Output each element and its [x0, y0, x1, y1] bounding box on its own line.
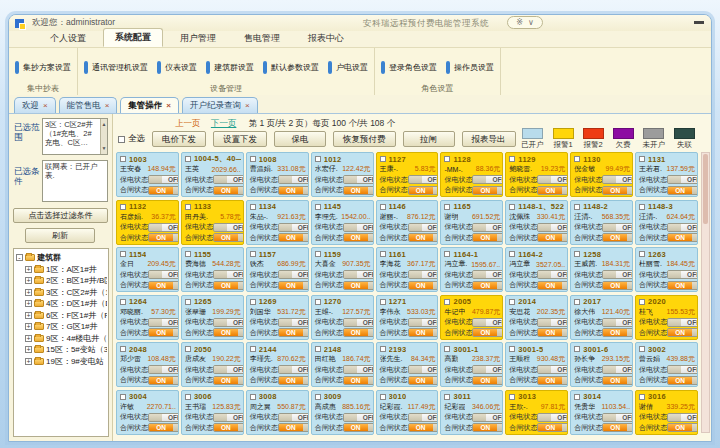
hezha-toggle[interactable]: ON — [667, 186, 698, 195]
hezha-toggle[interactable]: ON — [213, 328, 244, 337]
doc-tab-3[interactable]: 集管操作× — [120, 97, 179, 113]
card-checkbox[interactable] — [444, 346, 450, 352]
baodian-toggle[interactable]: OFF — [278, 365, 309, 374]
card-checkbox[interactable] — [574, 394, 580, 400]
ribbon-button[interactable]: 通讯管理机设置 — [84, 62, 148, 73]
menu-item-5[interactable]: 报表中心 — [297, 30, 355, 47]
close-tab-icon[interactable]: × — [105, 101, 110, 110]
card-checkbox[interactable] — [315, 346, 321, 352]
tree-node[interactable]: +3区：C区2#井（1#充… — [16, 287, 107, 299]
baodian-toggle[interactable]: OFF — [278, 318, 309, 327]
card-checkbox[interactable] — [250, 156, 256, 162]
baodian-toggle[interactable]: OFF — [602, 223, 633, 232]
toolbar-button-5[interactable]: 拉闸 — [403, 131, 455, 147]
hezha-toggle[interactable]: ON — [213, 281, 244, 290]
hezha-toggle[interactable]: ON — [537, 376, 568, 385]
card-checkbox[interactable] — [380, 299, 386, 305]
baodian-toggle[interactable]: OFF — [472, 365, 503, 374]
baodian-toggle[interactable]: OFF — [472, 175, 503, 184]
tree-node[interactable]: +19区：9#变电站（2#… — [16, 356, 107, 368]
hezha-toggle[interactable]: ON — [667, 233, 698, 242]
menu-item-2[interactable]: 系统配置 — [103, 28, 163, 47]
ribbon-button[interactable]: 仪表设置 — [157, 62, 197, 73]
baodian-toggle[interactable]: OFF — [343, 365, 374, 374]
minimize-button[interactable] — [694, 21, 704, 24]
hezha-toggle[interactable]: ON — [343, 328, 374, 337]
hezha-toggle[interactable]: ON — [148, 186, 179, 195]
style-icon[interactable]: ※ — [516, 18, 523, 27]
baodian-toggle[interactable]: OFF — [537, 223, 568, 232]
card-checkbox[interactable] — [315, 251, 321, 257]
close-tab-icon[interactable]: × — [245, 101, 250, 110]
baodian-toggle[interactable]: OFF — [213, 413, 244, 422]
hezha-toggle[interactable]: ON — [472, 233, 503, 242]
card-checkbox[interactable] — [185, 156, 191, 162]
card-checkbox[interactable] — [185, 346, 191, 352]
doc-tab-1[interactable]: 欢迎× — [14, 97, 56, 113]
card-checkbox[interactable] — [185, 251, 191, 257]
hezha-toggle[interactable]: ON — [602, 186, 633, 195]
card-checkbox[interactable] — [574, 204, 580, 210]
hezha-toggle[interactable]: ON — [278, 233, 309, 242]
hezha-toggle[interactable]: ON — [408, 376, 439, 385]
refresh-button[interactable]: 刷新 — [25, 228, 95, 243]
hezha-toggle[interactable]: ON — [667, 376, 698, 385]
hezha-toggle[interactable]: ON — [472, 423, 503, 432]
menu-item-4[interactable]: 售电管理 — [233, 30, 291, 47]
hezha-toggle[interactable]: ON — [537, 233, 568, 242]
select-all[interactable]: 全选 — [118, 133, 145, 145]
hezha-toggle[interactable]: ON — [667, 281, 698, 290]
baodian-toggle[interactable]: OFF — [667, 175, 698, 184]
chevron-down-icon[interactable]: ∨ — [528, 18, 534, 27]
baodian-toggle[interactable]: OFF — [667, 270, 698, 279]
hezha-toggle[interactable]: ON — [537, 328, 568, 337]
ribbon-button[interactable]: 默认参数设置 — [263, 62, 319, 73]
baodian-toggle[interactable]: OFF — [278, 223, 309, 232]
selected-range-box[interactable]: 3区：C区2#井（1#充电、2#充电、C区… ▲▼ — [42, 118, 108, 155]
baodian-toggle[interactable]: OFF — [408, 365, 439, 374]
select-all-checkbox[interactable] — [118, 136, 125, 143]
card-checkbox[interactable] — [509, 299, 515, 305]
doc-tab-4[interactable]: 开户纪录查询× — [182, 97, 258, 113]
next-page-link[interactable]: 下一页 — [211, 118, 237, 128]
tree-node[interactable]: +4区：D区1#井（D区1… — [16, 298, 107, 310]
baodian-toggle[interactable]: OFF — [278, 270, 309, 279]
baodian-toggle[interactable]: OFF — [472, 318, 503, 327]
card-checkbox[interactable] — [250, 346, 256, 352]
baodian-toggle[interactable]: OFF — [602, 365, 633, 374]
baodian-toggle[interactable]: OFF — [537, 365, 568, 374]
tree-node[interactable]: -建筑群 — [16, 252, 107, 264]
hezha-toggle[interactable]: ON — [602, 281, 633, 290]
card-checkbox[interactable] — [509, 204, 515, 210]
tree-node[interactable]: +6区：F区1#井（F区1#… — [16, 310, 107, 322]
hezha-toggle[interactable]: ON — [537, 281, 568, 290]
close-tab-icon[interactable]: × — [43, 101, 48, 110]
card-checkbox[interactable] — [250, 204, 256, 210]
baodian-toggle[interactable]: OFF — [343, 270, 374, 279]
hezha-toggle[interactable]: ON — [472, 328, 503, 337]
baodian-toggle[interactable]: OFF — [667, 365, 698, 374]
card-checkbox[interactable] — [380, 156, 386, 162]
baodian-toggle[interactable]: OFF — [667, 223, 698, 232]
expander-icon[interactable]: + — [25, 277, 32, 284]
card-checkbox[interactable] — [185, 299, 191, 305]
baodian-toggle[interactable]: OFF — [148, 223, 179, 232]
baodian-toggle[interactable]: OFF — [408, 175, 439, 184]
scroll-arrows-icon[interactable]: ▲▼ — [100, 119, 107, 154]
hezha-toggle[interactable]: ON — [602, 423, 633, 432]
hezha-toggle[interactable]: ON — [343, 376, 374, 385]
expander-icon[interactable]: - — [16, 254, 23, 261]
card-checkbox[interactable] — [315, 394, 321, 400]
card-checkbox[interactable] — [185, 394, 191, 400]
tree-node[interactable]: +2区：B区1#井/B区1#井 — [16, 275, 107, 287]
card-checkbox[interactable] — [380, 346, 386, 352]
hezha-toggle[interactable]: ON — [408, 233, 439, 242]
card-checkbox[interactable] — [574, 251, 580, 257]
baodian-toggle[interactable]: OFF — [537, 318, 568, 327]
expander-icon[interactable]: + — [25, 358, 32, 365]
hezha-toggle[interactable]: ON — [537, 423, 568, 432]
toolbar-button-6[interactable]: 报表导出 — [462, 131, 516, 147]
baodian-toggle[interactable]: OFF — [408, 318, 439, 327]
tree-node[interactable]: +7区：G区1#井 — [16, 321, 107, 333]
card-checkbox[interactable] — [574, 156, 580, 162]
